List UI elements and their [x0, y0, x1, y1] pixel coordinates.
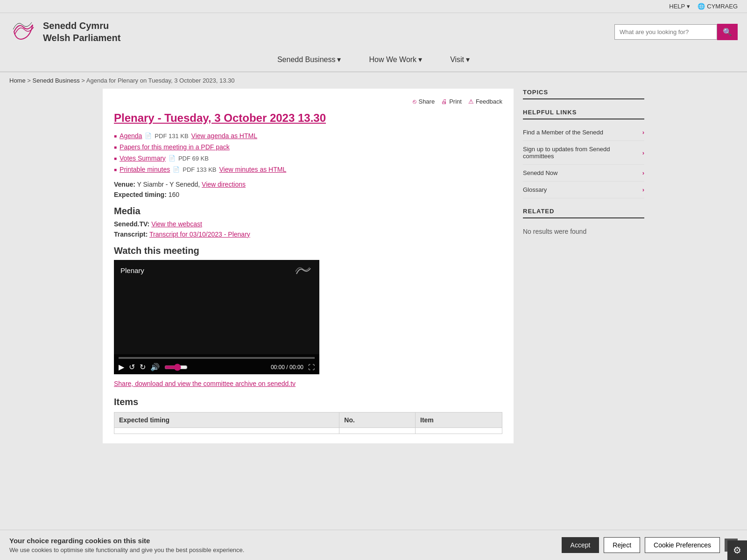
main-layout: ⎋ Share 🖨 Print ⚠ Feedback Plenary - Tue… [93, 89, 654, 462]
nav-visit[interactable]: Visit ▾ [450, 55, 470, 64]
help-button[interactable]: HELP ▾ [669, 3, 690, 10]
list-item: Agenda 📄 PDF 131 KB View agenda as HTML [114, 132, 502, 140]
breadcrumb-senedd-business[interactable]: Senedd Business [33, 77, 80, 84]
feedback-button[interactable]: ⚠ Feedback [468, 98, 502, 105]
share-button[interactable]: ⎋ Share [413, 98, 435, 105]
minutes-pdf-icon: 📄 [173, 166, 180, 173]
find-member-label: Find a Member of the Senedd [523, 129, 603, 136]
controls-row: ▶ ↺ ↻ 🔊 00:00 / 00:00 ⛶ [119, 363, 315, 371]
feedback-label: Feedback [476, 98, 502, 105]
video-controls: ▶ ↺ ↻ 🔊 00:00 / 00:00 ⛶ [114, 354, 319, 374]
topics-title: TOPICS [523, 89, 644, 99]
senedd-now-chevron: › [642, 169, 644, 176]
venue-name: Y Siambr - Y Senedd, [137, 181, 200, 188]
language-button[interactable]: 🌐 CYMRAEG [698, 3, 738, 10]
nav-senedd-business[interactable]: Senedd Business ▾ [277, 55, 341, 64]
senedd-logo-icon [9, 18, 37, 46]
find-member-link[interactable]: Find a Member of the Senedd › [523, 124, 644, 141]
timing-cell [114, 428, 339, 434]
agenda-pdf-size: PDF 131 KB [155, 133, 188, 140]
volume-slider[interactable] [164, 364, 188, 371]
sidebar: TOPICS HELPFUL LINKS Find a Member of th… [514, 89, 644, 443]
venue-info: Venue: Y Siambr - Y Senedd, View directi… [114, 181, 502, 188]
find-member-chevron: › [642, 129, 644, 136]
video-player[interactable]: Plenary ▶ ↺ ↻ 🔊 00:00 / 00:00 [114, 260, 319, 374]
top-bar: HELP ▾ 🌐 CYMRAEG [0, 0, 747, 13]
logo-area[interactable]: Senedd Cymru Welsh Parliament [9, 18, 120, 46]
nav-visit-chevron: ▾ [466, 55, 470, 64]
timing-info: Expected timing: 160 [114, 191, 502, 198]
list-item: Papers for this meeting in a PDF pack [114, 143, 502, 151]
signup-updates-label: Sign up to updates from Senedd committee… [523, 146, 642, 160]
transcript-row: Transcript: Transcript for 03/10/2023 - … [114, 231, 502, 238]
printable-minutes-link[interactable]: Printable minutes [120, 166, 170, 173]
nav-senedd-business-label: Senedd Business [277, 56, 336, 64]
table-header-row: Expected timing No. Item [114, 413, 502, 428]
media-heading: Media [114, 206, 502, 217]
forward-button[interactable]: ↻ [140, 363, 146, 371]
breadcrumb-home[interactable]: Home [9, 77, 26, 84]
senedd-now-link[interactable]: Senedd Now › [523, 165, 644, 182]
share-label: Share [418, 98, 435, 105]
col-no: No. [339, 413, 416, 428]
logo-text: Senedd Cymru Welsh Parliament [43, 20, 120, 44]
glossary-link[interactable]: Glossary › [523, 182, 644, 198]
pdf-icon: 📄 [145, 133, 152, 139]
items-table: Expected timing No. Item [114, 412, 502, 434]
language-label: CYMRAEG [707, 3, 738, 10]
votes-pdf-icon: 📄 [169, 155, 176, 161]
view-directions-link[interactable]: View directions [202, 181, 246, 188]
rewind-button[interactable]: ↺ [129, 363, 135, 371]
agenda-link[interactable]: Agenda [120, 132, 142, 140]
nav-how-we-work-chevron: ▾ [418, 55, 422, 64]
minutes-html-link[interactable]: View minutes as HTML [219, 166, 286, 173]
votes-pdf-size: PDF 69 KB [178, 155, 209, 162]
play-button[interactable]: ▶ [119, 363, 124, 371]
topics-section: TOPICS [523, 89, 644, 99]
print-button[interactable]: 🖨 Print [441, 98, 462, 105]
nav-senedd-business-chevron: ▾ [337, 55, 341, 64]
related-section: RELATED No results were found [523, 208, 644, 240]
breadcrumb: Home > Senedd Business > Agenda for Plen… [0, 72, 747, 89]
progress-bar[interactable] [119, 357, 315, 359]
nav-how-we-work[interactable]: How We Work ▾ [369, 55, 422, 64]
nav-how-we-work-label: How We Work [369, 56, 416, 64]
content-area: ⎋ Share 🖨 Print ⚠ Feedback Plenary - Tue… [103, 89, 514, 443]
help-label: HELP [669, 3, 685, 10]
votes-summary-link[interactable]: Votes Summary [120, 154, 166, 162]
items-heading: Items [114, 397, 502, 407]
signup-updates-chevron: › [642, 149, 644, 156]
fullscreen-button[interactable]: ⛶ [308, 364, 315, 371]
list-item: Printable minutes 📄 PDF 133 KB View minu… [114, 166, 502, 173]
signup-updates-link[interactable]: Sign up to updates from Senedd committee… [523, 141, 644, 165]
senedd-tv-row: Senedd.TV: View the webcast [114, 220, 502, 228]
archive-link[interactable]: Share, download and view the committee a… [114, 380, 502, 387]
video-label: Plenary [120, 266, 144, 274]
transcript-link[interactable]: Transcript for 03/10/2023 - Plenary [149, 231, 250, 238]
page-title[interactable]: Plenary - Tuesday, 3 October 2023 13.30 [114, 112, 502, 125]
related-title: RELATED [523, 208, 644, 218]
action-bar: ⎋ Share 🖨 Print ⚠ Feedback [114, 98, 502, 105]
feedback-icon: ⚠ [468, 98, 474, 105]
senedd-watermark [294, 265, 313, 281]
time-display: 00:00 / 00:00 [271, 364, 303, 371]
main-nav: Senedd Business ▾ How We Work ▾ Visit ▾ [0, 50, 747, 72]
timing-value: 160 [169, 191, 179, 198]
related-no-results: No results were found [523, 223, 644, 240]
glossary-label: Glossary [523, 186, 547, 193]
search-input[interactable] [614, 24, 717, 40]
help-chevron: ▾ [687, 3, 690, 10]
list-item: Votes Summary 📄 PDF 69 KB [114, 154, 502, 162]
mute-button[interactable]: 🔊 [150, 363, 160, 371]
nav-visit-label: Visit [450, 56, 464, 64]
breadcrumb-current: Agenda for Plenary on Tuesday, 3 October… [86, 77, 235, 84]
helpful-links-title: HELPFUL LINKS [523, 109, 644, 119]
senedd-now-label: Senedd Now [523, 169, 557, 176]
search-bar: 🔍 [614, 24, 738, 40]
search-button[interactable]: 🔍 [717, 24, 738, 40]
papers-pack-link[interactable]: Papers for this meeting in a PDF pack [120, 143, 230, 151]
agenda-html-link[interactable]: View agenda as HTML [191, 132, 257, 140]
header: Senedd Cymru Welsh Parliament 🔍 [0, 13, 747, 50]
webcast-link[interactable]: View the webcast [151, 220, 202, 228]
senedd-tv-label: Senedd.TV: [114, 220, 149, 228]
